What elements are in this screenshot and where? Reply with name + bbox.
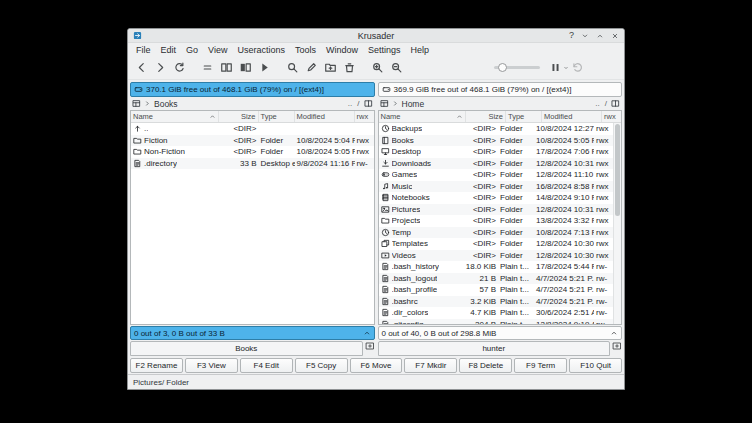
equal-panel-size-button[interactable] xyxy=(198,58,217,77)
places-icon[interactable] xyxy=(380,99,389,108)
left-totals-toggle-icon[interactable] xyxy=(363,329,371,337)
column-header-rwx[interactable]: rwx xyxy=(602,111,621,122)
file-name: Downloads xyxy=(392,159,432,168)
file-row[interactable]: Fiction<DIR>Folder10/8/2024 5:04 P. M.rw… xyxy=(131,135,374,147)
right-totals-toggle-icon[interactable] xyxy=(610,329,618,337)
column-header-size[interactable]: Size xyxy=(466,111,506,122)
minimize-button[interactable] xyxy=(581,32,589,40)
refresh-button[interactable] xyxy=(170,58,189,77)
split-view-icon[interactable] xyxy=(364,99,373,108)
left-info-bar[interactable]: 370.1 GiB free out of 468.1 GiB (79%) on… xyxy=(130,82,375,97)
file-row[interactable]: Non-Fiction<DIR>Folder10/8/2024 5:05 P. … xyxy=(131,146,374,158)
fkey-f9[interactable]: F9 Term xyxy=(514,358,567,373)
file-row[interactable]: .bash_history18.0 KiBPlain t...17/8/2024… xyxy=(379,261,614,273)
toolbar xyxy=(128,56,624,80)
file-row[interactable]: Books<DIR>Folder10/8/2024 5:05 P. M.rwx xyxy=(379,135,614,147)
left-new-tab-button[interactable] xyxy=(365,341,375,351)
places-icon[interactable] xyxy=(132,99,141,108)
file-row[interactable]: Music<DIR>Folder16/8/2024 8:58 P. M.rwx xyxy=(379,181,614,193)
file-row[interactable]: .bashrc3.2 KiBPlain t...4/7/2024 5:21 P.… xyxy=(379,296,614,308)
file-row[interactable]: ..<DIR> xyxy=(131,123,374,135)
fkey-f8[interactable]: F8 Delete xyxy=(459,358,512,373)
column-header-modified[interactable]: Modified xyxy=(542,111,602,122)
job-pause-button[interactable] xyxy=(549,58,568,77)
menu-go[interactable]: Go xyxy=(181,45,203,55)
file-row[interactable]: Games<DIR>Folder12/8/2024 11:10 A. M.rwx xyxy=(379,169,614,181)
fkey-f7[interactable]: F7 Mkdir xyxy=(404,358,457,373)
file-row[interactable]: Videos<DIR>Folder12/8/2024 10:30 P. M.rw… xyxy=(379,250,614,262)
job-undo-button[interactable] xyxy=(568,58,587,77)
fkey-f10[interactable]: F10 Quit xyxy=(569,358,622,373)
folder-icon xyxy=(133,147,142,156)
fkey-f6[interactable]: F6 Move xyxy=(350,358,403,373)
scrollbar-thumb[interactable] xyxy=(615,124,620,216)
slider-handle[interactable] xyxy=(498,63,507,72)
file-row[interactable]: .gitconfig204 BPlain t...12/8/2024 9:19 … xyxy=(379,319,614,325)
file-row[interactable]: Backups<DIR>Folder10/8/2024 12:27 P. M.r… xyxy=(379,123,614,135)
menu-settings[interactable]: Settings xyxy=(363,45,406,55)
swap-panels-button[interactable] xyxy=(236,58,255,77)
file-row[interactable]: Pictures<DIR>Folder12/8/2024 10:31 P. M.… xyxy=(379,204,614,216)
right-scrollbar[interactable] xyxy=(613,123,621,324)
arrow-left-icon xyxy=(135,61,148,74)
menu-view[interactable]: View xyxy=(203,45,232,55)
run-button[interactable] xyxy=(255,58,274,77)
tab-hunter[interactable]: hunter xyxy=(378,341,611,356)
right-new-tab-button[interactable] xyxy=(612,341,622,351)
back-button[interactable] xyxy=(132,58,151,77)
menu-useractions[interactable]: Useractions xyxy=(232,45,290,55)
column-header-name[interactable]: Name xyxy=(379,111,467,122)
file-row[interactable]: Desktop<DIR>Folder17/8/2024 7:06 P. M.rw… xyxy=(379,146,614,158)
zoom-out-button[interactable] xyxy=(387,58,406,77)
fkey-f4[interactable]: F4 Edit xyxy=(240,358,293,373)
find-file-button[interactable] xyxy=(283,58,302,77)
fkey-f3[interactable]: F3 View xyxy=(185,358,238,373)
file-row[interactable]: Downloads<DIR>Folder12/8/2024 10:31 P. M… xyxy=(379,158,614,170)
column-header-modified[interactable]: Modified xyxy=(295,111,355,122)
left-breadcrumb-folder[interactable]: Books xyxy=(154,99,178,109)
column-header-name[interactable]: Name xyxy=(131,111,219,122)
column-header-size[interactable]: Size xyxy=(219,111,259,122)
root-button[interactable]: / xyxy=(604,99,608,108)
arrow-right-icon xyxy=(154,61,167,74)
menu-file[interactable]: File xyxy=(131,45,156,55)
menu-help[interactable]: Help xyxy=(406,45,435,55)
maximize-button[interactable] xyxy=(596,32,604,40)
column-header-type[interactable]: Type xyxy=(506,111,542,122)
menu-tools[interactable]: Tools xyxy=(290,45,321,55)
path-dots-button[interactable]: .. xyxy=(594,99,600,108)
help-button[interactable]: ? xyxy=(569,31,574,40)
chevron-right-icon xyxy=(144,100,151,107)
path-dots-button[interactable]: .. xyxy=(347,99,353,108)
root-button[interactable]: / xyxy=(356,99,360,108)
zoom-in-button[interactable] xyxy=(368,58,387,77)
tab-books[interactable]: Books xyxy=(130,341,363,356)
close-button[interactable] xyxy=(611,32,619,40)
column-header-type[interactable]: Type xyxy=(259,111,295,122)
file-row[interactable]: Notebooks<DIR>Folder14/8/2024 9:10 P. M.… xyxy=(379,192,614,204)
right-info-bar[interactable]: 369.9 GiB free out of 468.1 GiB (79%) on… xyxy=(378,82,623,97)
file-row[interactable]: .bash_logout21 BPlain t...4/7/2024 5:21 … xyxy=(379,273,614,285)
job-progress-slider[interactable] xyxy=(494,60,540,75)
delete-button[interactable] xyxy=(340,58,359,77)
file-row[interactable]: Templates<DIR>Folder12/8/2024 10:30 P. M… xyxy=(379,238,614,250)
file-row[interactable]: .bash_profile57 BPlain t...4/7/2024 5:21… xyxy=(379,284,614,296)
menu-edit[interactable]: Edit xyxy=(156,45,182,55)
split-view-icon[interactable] xyxy=(611,99,620,108)
fkey-f5[interactable]: F5 Copy xyxy=(295,358,348,373)
clock-icon xyxy=(381,228,390,237)
menu-window[interactable]: Window xyxy=(321,45,363,55)
file-row[interactable]: .directory33 BDesktop en...9/8/2024 11:1… xyxy=(131,158,374,170)
right-breadcrumb-folder[interactable]: Home xyxy=(402,99,425,109)
fkey-f2[interactable]: F2 Rename xyxy=(130,358,183,373)
file-name: .bashrc xyxy=(392,297,418,306)
new-folder-button[interactable] xyxy=(321,58,340,77)
compare-directories-button[interactable] xyxy=(217,58,236,77)
column-header-rwx[interactable]: rwx xyxy=(355,111,374,122)
titlebar[interactable]: Krusader ? xyxy=(128,29,624,43)
forward-button[interactable] xyxy=(151,58,170,77)
file-row[interactable]: Temp<DIR>Folder10/8/2024 7:13 P. M.rwx xyxy=(379,227,614,239)
file-row[interactable]: Projects<DIR>Folder13/8/2024 3:32 P. M.r… xyxy=(379,215,614,227)
file-row[interactable]: .dir_colors4.7 KiBPlain t...30/6/2024 2:… xyxy=(379,307,614,319)
edit-file-button[interactable] xyxy=(302,58,321,77)
